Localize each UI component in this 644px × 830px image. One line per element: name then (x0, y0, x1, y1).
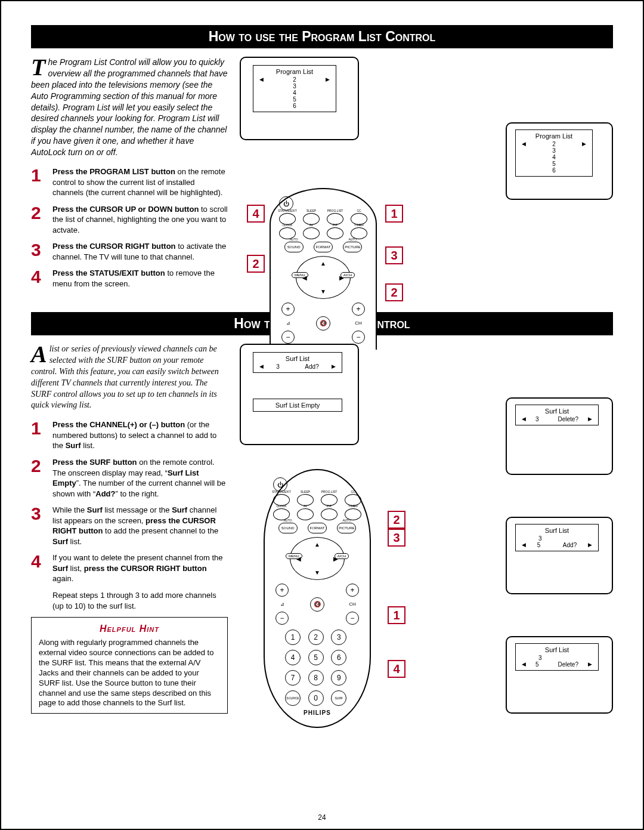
num-7[interactable]: 7 (285, 670, 301, 686)
cursor-up-icon[interactable]: ▲ (314, 541, 320, 548)
ch-down[interactable]: − (346, 612, 359, 625)
mute-button[interactable]: 🔇 (310, 597, 324, 612)
surf-osd-title-2: Surf List (519, 408, 595, 415)
button-label: PICTURE (339, 526, 354, 530)
cursor-left-icon[interactable]: ◀ (296, 556, 301, 562)
remote-full: ⏻ STATUS/EXITSLEEPPROG.LISTCC CLOCKAVPIP… (264, 469, 371, 728)
callout-s2-3: 3 (388, 529, 405, 547)
step-text: If you want to delete the present channe… (52, 553, 228, 584)
button-label: PIP (327, 504, 332, 508)
cursor-up-icon[interactable]: ▲ (320, 260, 326, 267)
tv-surf-1: Surf List ◀3Add?▶ Surf List Empty (240, 344, 359, 445)
button-label: CC (351, 490, 355, 493)
step-text: Press the PROGRAM LIST button on the rem… (52, 166, 228, 198)
step-number: 4 (31, 268, 44, 289)
cursor-left-icon[interactable]: ◀ (302, 274, 307, 281)
vol-down[interactable]: − (275, 612, 289, 625)
surf-action-add2: Add? (563, 542, 577, 548)
arrow-left-icon: ◀ (522, 141, 526, 147)
vol-down[interactable]: − (281, 331, 295, 344)
vol-label: ⊿ (286, 320, 290, 326)
step-text: Press the CURSOR RIGHT button to activat… (52, 241, 228, 262)
callout-1: 1 (385, 205, 403, 223)
surf-action-add: Add? (305, 363, 318, 370)
step-number: 2 (31, 204, 44, 236)
num-2[interactable]: 2 (308, 630, 324, 645)
remote-top: ⏻ STATUS/EXITSLEEPPROG.LISTCC CLOCKAVPIP… (270, 188, 377, 350)
format-button[interactable]: FORMAT (308, 523, 327, 533)
osd-item: 5 (293, 96, 296, 103)
ch-up[interactable]: + (352, 303, 365, 316)
mute-button[interactable]: 🔇 (316, 316, 330, 331)
step-number: 2 (31, 457, 44, 499)
osd-item: 4 (293, 90, 296, 96)
button-label: PIP (333, 223, 338, 227)
button-label: SLEEP (301, 490, 310, 493)
num-source[interactable]: SOURCE (285, 690, 301, 706)
surf-num-2: 3 (535, 416, 539, 422)
num-3[interactable]: 3 (331, 630, 346, 645)
button-top-label: AUTO (348, 237, 357, 241)
cursor-right-icon[interactable]: ▶ (333, 556, 338, 562)
av-button[interactable]: AV (303, 227, 320, 239)
num-6[interactable]: 6 (331, 650, 346, 665)
pip-button[interactable]: PIP (327, 227, 343, 239)
ch-down[interactable]: − (352, 331, 365, 344)
cursor-down-icon[interactable]: ▼ (320, 288, 326, 295)
intro-surf: Alist or series of previously viewed cha… (31, 344, 228, 411)
tv-surf-4: Surf List 3 ◀5Delete?▶ (506, 636, 613, 714)
pip-button[interactable]: PIP (321, 508, 338, 520)
num-9[interactable]: 9 (331, 670, 346, 686)
osd-item: 6 (293, 103, 296, 109)
picture-button[interactable]: AUTOPICTURE (337, 523, 356, 533)
dpad[interactable]: MENU A/CH ▲ ▼ ◀ ▶ (290, 537, 345, 580)
repeat-note: Repeat steps 1 through 3 to add more cha… (52, 590, 228, 611)
step-number: 1 (31, 166, 44, 198)
arrow-right-icon: ▶ (582, 141, 586, 147)
num-8[interactable]: 8 (308, 670, 324, 686)
arrow-left-icon: ◀ (522, 661, 526, 668)
num-4[interactable]: 4 (285, 650, 301, 665)
button-label: FORMAT (310, 526, 325, 530)
osd-item: 5 (552, 161, 556, 167)
num-surf[interactable]: SURF (331, 690, 346, 706)
picture-button[interactable]: AUTOPICTURE (343, 242, 362, 252)
surf-osd-title-3: Surf List (519, 527, 595, 534)
page-number: 24 (1, 813, 643, 822)
surf-num-1: 3 (276, 363, 280, 370)
num-0[interactable]: 0 (308, 690, 324, 706)
step-text: Press the CURSOR UP or DOWN button to sc… (52, 204, 228, 236)
button-top-label: AUTO (284, 519, 292, 522)
button-label: AV (304, 504, 307, 508)
surf-num-4a: 3 (538, 655, 542, 661)
cursor-right-icon[interactable]: ▶ (339, 274, 344, 281)
format-button[interactable]: FORMAT (314, 242, 333, 252)
surf-num-3a: 3 (538, 535, 542, 542)
arrow-right-icon: ▶ (588, 416, 592, 422)
ch-up[interactable]: + (346, 584, 359, 597)
num-5[interactable]: 5 (308, 650, 324, 665)
surf-num-3b: 5 (537, 542, 541, 548)
tv-surf-2: Surf List ◀3Delete?▶ (506, 397, 613, 475)
vol-up[interactable]: + (275, 584, 289, 597)
osd-title-2: Program List (519, 132, 589, 140)
arrow-left-icon: ◀ (522, 542, 526, 548)
helpful-hint-title: Helpful Hint (39, 624, 220, 634)
arrow-right-icon: ▶ (326, 76, 330, 83)
sound-button[interactable]: AUTOSOUND (284, 242, 304, 252)
cursor-down-icon[interactable]: ▼ (314, 569, 320, 576)
vol-up[interactable]: + (281, 303, 295, 316)
button-label: FORMAT (316, 245, 331, 249)
callout-2b: 2 (247, 255, 265, 273)
callout-4: 4 (247, 205, 265, 223)
num-1[interactable]: 1 (285, 630, 301, 645)
button-label: SLEEP (306, 209, 316, 212)
ch-label: CH (355, 320, 362, 326)
osd-item: 6 (552, 167, 556, 174)
dpad[interactable]: MENU A/CH ▲ ▼ ◀ ▶ (296, 256, 351, 299)
osd-item: 4 (552, 154, 556, 161)
sound-button[interactable]: AUTOSOUND (278, 523, 298, 533)
intro-text-1: he Program List Control will allow you t… (31, 57, 228, 157)
av-button[interactable]: AV (297, 508, 314, 520)
step-number: 4 (31, 553, 44, 584)
